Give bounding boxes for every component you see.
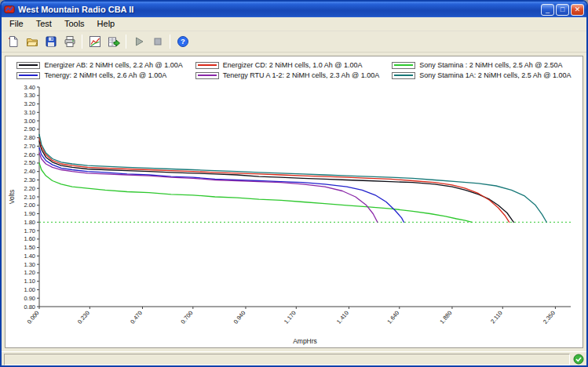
legend-color-swatch bbox=[195, 62, 219, 69]
menu-item-tools[interactable]: Tools bbox=[58, 17, 91, 31]
save-file-icon bbox=[45, 35, 57, 48]
svg-text:2.60: 2.60 bbox=[24, 151, 35, 158]
legend-item: Energizer AB: 2 NiMH cells, 2.2 Ah @ 1.0… bbox=[16, 61, 182, 69]
svg-text:0.000: 0.000 bbox=[26, 310, 41, 325]
connection-status-icon bbox=[573, 354, 584, 365]
print-icon bbox=[64, 35, 76, 48]
legend-label: Energizer AB: 2 NiMH cells, 2.2 Ah @ 1.0… bbox=[44, 61, 182, 69]
svg-text:1.20: 1.20 bbox=[24, 269, 35, 276]
legend-label: Sony Stamina : 2 NiMH cells, 2.5 Ah @ 2.… bbox=[419, 61, 562, 69]
window-title: West Mountain Radio CBA II bbox=[18, 5, 538, 14]
toolbar-separator bbox=[170, 35, 170, 49]
legend-color-swatch bbox=[16, 72, 40, 79]
svg-text:2.70: 2.70 bbox=[24, 143, 35, 150]
view-graph-icon bbox=[89, 35, 101, 48]
toolbar: ? bbox=[2, 31, 586, 53]
svg-text:2.10: 2.10 bbox=[24, 194, 35, 201]
legend-label: Energizer CD: 2 NiMH cells, 1.0 Ah @ 1.0… bbox=[223, 61, 363, 69]
svg-text:2.90: 2.90 bbox=[24, 125, 35, 133]
export-data-button[interactable] bbox=[104, 33, 122, 51]
stop-test-icon bbox=[152, 35, 164, 48]
new-test-button[interactable] bbox=[4, 33, 22, 51]
svg-text:0.230: 0.230 bbox=[76, 310, 91, 325]
help-button[interactable]: ? bbox=[173, 33, 192, 51]
legend-color-swatch bbox=[392, 72, 415, 79]
svg-text:2.50: 2.50 bbox=[24, 159, 35, 166]
svg-text:3.20: 3.20 bbox=[24, 100, 35, 107]
svg-text:0.700: 0.700 bbox=[179, 310, 194, 325]
svg-text:1.10: 1.10 bbox=[24, 278, 35, 285]
legend-color-swatch bbox=[195, 72, 219, 79]
svg-text:1.90: 1.90 bbox=[24, 210, 35, 217]
svg-text:2.20: 2.20 bbox=[24, 185, 35, 192]
chart-legend: Energizer AB: 2 NiMH cells, 2.2 Ah @ 1.0… bbox=[5, 56, 583, 81]
svg-text:2.00: 2.00 bbox=[24, 202, 35, 209]
svg-text:1.170: 1.170 bbox=[283, 310, 298, 325]
menu-item-help[interactable]: Help bbox=[91, 17, 122, 31]
svg-text:1.70: 1.70 bbox=[24, 227, 35, 234]
app-window: West Mountain Radio CBA II _□✕ FileTestT… bbox=[0, 0, 588, 367]
stop-test-button[interactable] bbox=[148, 33, 166, 51]
start-test-button[interactable] bbox=[130, 33, 148, 51]
svg-text:1.640: 1.640 bbox=[385, 310, 400, 325]
svg-text:0.80: 0.80 bbox=[24, 303, 35, 311]
svg-text:0.470: 0.470 bbox=[129, 310, 144, 325]
svg-text:2.110: 2.110 bbox=[489, 310, 504, 325]
menu-bar: FileTestToolsHelp bbox=[2, 17, 586, 31]
toolbar-separator bbox=[82, 35, 82, 49]
svg-text:1.30: 1.30 bbox=[24, 261, 35, 268]
chart-area: 0.800.901.001.101.201.301.401.501.601.70… bbox=[5, 81, 583, 347]
toolbar-separator bbox=[126, 35, 126, 49]
menu-item-file[interactable]: File bbox=[3, 17, 30, 31]
start-test-icon bbox=[133, 35, 145, 48]
svg-text:2.80: 2.80 bbox=[24, 134, 35, 141]
status-message-field bbox=[4, 354, 570, 365]
svg-text:1.40: 1.40 bbox=[24, 253, 35, 260]
client-area: Energizer AB: 2 NiMH cells, 2.2 Ah @ 1.0… bbox=[2, 53, 586, 351]
legend-label: Tenergy: 2 NiMH cells, 2.6 Ah @ 1.00A bbox=[44, 71, 166, 79]
maximize-button[interactable]: □ bbox=[556, 4, 569, 16]
export-data-icon bbox=[108, 35, 120, 48]
svg-text:2.40: 2.40 bbox=[24, 168, 35, 175]
minimize-button[interactable]: _ bbox=[541, 4, 554, 16]
svg-text:0.940: 0.940 bbox=[232, 310, 247, 325]
print-button[interactable] bbox=[60, 33, 79, 51]
svg-text:1.00: 1.00 bbox=[24, 286, 35, 293]
svg-text:1.60: 1.60 bbox=[24, 235, 35, 242]
svg-text:1.410: 1.410 bbox=[335, 310, 350, 325]
legend-item: Sony Stamina 1A: 2 NiMH cells, 2.5 Ah @ … bbox=[392, 71, 571, 79]
legend-item: Sony Stamina : 2 NiMH cells, 2.5 Ah @ 2.… bbox=[392, 61, 571, 69]
svg-text:3.30: 3.30 bbox=[24, 92, 35, 99]
svg-text:2.350: 2.350 bbox=[542, 310, 557, 325]
legend-label: Sony Stamina 1A: 2 NiMH cells, 2.5 Ah @ … bbox=[419, 71, 571, 79]
svg-text:?: ? bbox=[181, 37, 185, 45]
chart-panel: Energizer AB: 2 NiMH cells, 2.2 Ah @ 1.0… bbox=[5, 56, 583, 348]
legend-item: Energizer CD: 2 NiMH cells, 1.0 Ah @ 1.0… bbox=[195, 61, 380, 69]
svg-text:3.10: 3.10 bbox=[24, 109, 35, 116]
svg-text:AmpHrs: AmpHrs bbox=[293, 337, 317, 345]
view-graph-button[interactable] bbox=[86, 33, 104, 51]
open-file-button[interactable] bbox=[23, 33, 41, 51]
svg-text:1.880: 1.880 bbox=[438, 310, 453, 325]
title-bar[interactable]: West Mountain Radio CBA II _□✕ bbox=[2, 2, 586, 17]
svg-text:1.50: 1.50 bbox=[24, 244, 35, 251]
legend-color-swatch bbox=[16, 62, 40, 69]
menu-item-test[interactable]: Test bbox=[30, 17, 58, 31]
save-file-button[interactable] bbox=[42, 33, 60, 51]
close-button[interactable]: ✕ bbox=[571, 4, 584, 16]
app-icon bbox=[4, 4, 15, 15]
svg-text:0.90: 0.90 bbox=[24, 295, 35, 302]
legend-color-swatch bbox=[392, 62, 415, 69]
svg-text:1.80: 1.80 bbox=[24, 219, 35, 226]
window-controls: _□✕ bbox=[541, 4, 584, 16]
svg-text:2.30: 2.30 bbox=[24, 176, 35, 184]
svg-text:3.00: 3.00 bbox=[24, 118, 35, 125]
legend-label: Tenergy RTU A 1-2: 2 NiMH cells, 2.3 Ah … bbox=[223, 71, 380, 79]
new-test-icon bbox=[7, 35, 20, 48]
legend-item: Tenergy: 2 NiMH cells, 2.6 Ah @ 1.00A bbox=[16, 71, 182, 79]
open-file-icon bbox=[26, 35, 38, 48]
legend-item: Tenergy RTU A 1-2: 2 NiMH cells, 2.3 Ah … bbox=[195, 71, 380, 79]
discharge-chart: 0.800.901.001.101.201.301.401.501.601.70… bbox=[6, 81, 582, 347]
status-bar bbox=[2, 351, 586, 366]
svg-text:Volts: Volts bbox=[8, 190, 16, 204]
